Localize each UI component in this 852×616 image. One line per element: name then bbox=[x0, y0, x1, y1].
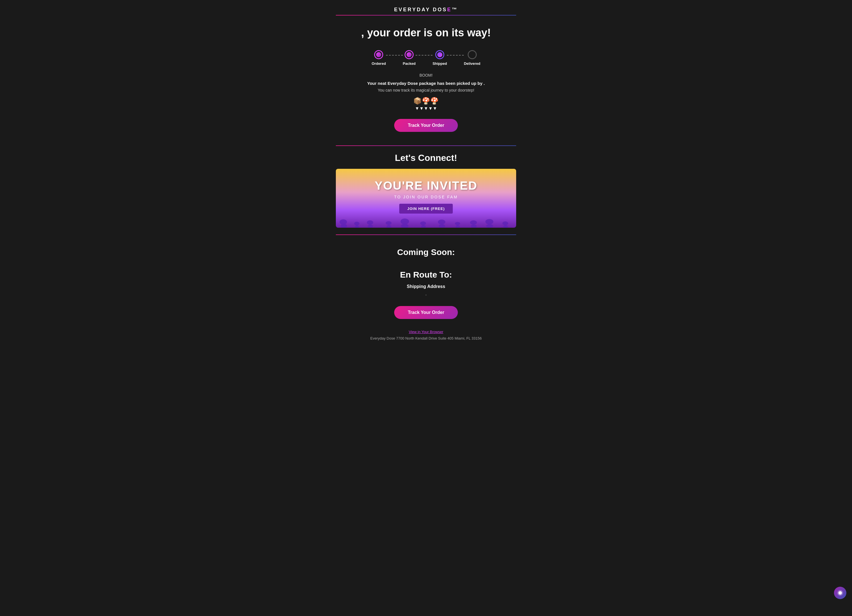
shipped-circle bbox=[435, 50, 444, 59]
svg-point-8 bbox=[367, 220, 373, 225]
progress-tracker: Ordered Packed Shipped bbox=[336, 45, 516, 68]
svg-point-32 bbox=[502, 222, 508, 225]
shipped-label: Shipped bbox=[432, 62, 447, 66]
svg-point-2 bbox=[340, 219, 347, 225]
step-delivered: Delivered bbox=[464, 50, 480, 66]
svg-point-11 bbox=[386, 221, 391, 225]
connector-1 bbox=[386, 55, 403, 56]
emoji-arrows: ▼▼▼▼▼ bbox=[336, 106, 516, 111]
delivered-circle-inner bbox=[470, 52, 475, 57]
delivered-circle bbox=[468, 50, 477, 59]
step-packed: Packed bbox=[403, 50, 416, 66]
coming-soon-title: Coming Soon: bbox=[336, 248, 516, 257]
en-route-section: En Route To: Shipping Address , Track Yo… bbox=[336, 267, 516, 324]
chatbot-bubble-1[interactable] bbox=[834, 587, 846, 599]
join-here-button[interactable]: JOIN HERE (FREE) bbox=[399, 204, 452, 214]
boom-text: BOOM! bbox=[336, 73, 516, 77]
shipped-circle-inner bbox=[437, 52, 443, 57]
shipping-address-value: , bbox=[336, 291, 516, 297]
coming-soon-section: Coming Soon: bbox=[336, 242, 516, 267]
section-divider-1 bbox=[336, 145, 516, 146]
svg-point-23 bbox=[455, 222, 461, 225]
brand-logo: EVERYDAY DOSE™ bbox=[336, 7, 516, 13]
connect-title: Let's Connect! bbox=[336, 153, 516, 163]
shipping-address-label: Shipping Address bbox=[336, 284, 516, 289]
ordered-label: Ordered bbox=[372, 62, 386, 66]
footer-address: Everyday Dose 7700 North Kendall Drive S… bbox=[336, 336, 516, 340]
track-order-button-1[interactable]: Track Your Order bbox=[394, 119, 458, 132]
en-route-title: En Route To: bbox=[336, 270, 516, 279]
brand-lightning: E bbox=[447, 7, 452, 12]
hero-title: , your order is on its way! bbox=[336, 27, 516, 39]
status-sub-text: You can now track its magical journey to… bbox=[336, 88, 516, 92]
packed-circle bbox=[405, 50, 414, 59]
connector-2 bbox=[415, 55, 432, 56]
svg-point-14 bbox=[400, 218, 409, 224]
step-shipped: Shipped bbox=[432, 50, 447, 66]
svg-point-5 bbox=[354, 222, 360, 225]
ordered-circle bbox=[374, 50, 383, 59]
invite-subtitle: TO JOIN OUR DOSE FAM bbox=[341, 195, 511, 199]
brand-text: EVERYDAY DOS bbox=[394, 7, 447, 12]
track-order-button-2[interactable]: Track Your Order bbox=[394, 306, 458, 319]
connect-section: Let's Connect! YOU'RE INVITED TO JOIN OU… bbox=[336, 153, 516, 228]
delivered-label: Delivered bbox=[464, 62, 480, 66]
connector-3 bbox=[447, 55, 464, 56]
status-section: BOOM! Your neat Everyday Dose package ha… bbox=[336, 68, 516, 139]
ordered-circle-inner bbox=[376, 52, 381, 57]
invite-banner: YOU'RE INVITED TO JOIN OUR DOSE FAM JOIN… bbox=[336, 169, 516, 228]
svg-point-34 bbox=[838, 591, 842, 595]
status-main-text: Your neat Everyday Dose package has been… bbox=[336, 81, 516, 86]
packed-circle-inner bbox=[406, 52, 412, 57]
view-in-browser-link[interactable]: View in Your Browser bbox=[336, 330, 516, 334]
mushroom-silhouettes bbox=[336, 214, 516, 228]
hero-section: , your order is on its way! bbox=[336, 15, 516, 45]
footer: View in Your Browser Everyday Dose 7700 … bbox=[336, 324, 516, 352]
svg-point-26 bbox=[470, 220, 477, 225]
step-ordered: Ordered bbox=[372, 50, 386, 66]
svg-point-29 bbox=[485, 219, 493, 224]
svg-point-20 bbox=[438, 219, 445, 224]
section-divider-2 bbox=[336, 234, 516, 235]
invite-title: YOU'RE INVITED bbox=[341, 179, 511, 192]
packed-label: Packed bbox=[403, 62, 416, 66]
progress-track: Ordered Packed Shipped bbox=[372, 50, 480, 66]
svg-point-17 bbox=[420, 222, 426, 225]
emoji-row: 📦🍄🍄 bbox=[336, 97, 516, 105]
header: EVERYDAY DOSE™ bbox=[336, 0, 516, 15]
